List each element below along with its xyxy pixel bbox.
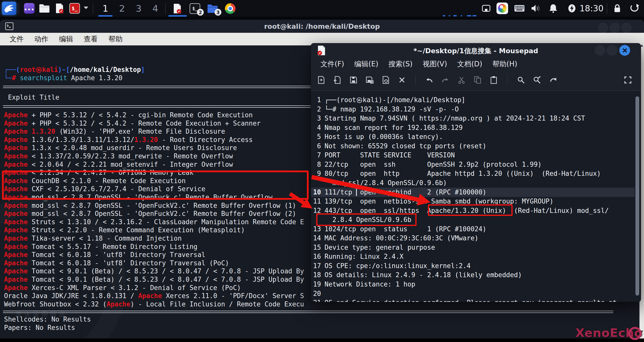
mousepad-titlebar[interactable]: *~/Desktop/1信息搜集 - Mousepad [311,43,641,57]
launcher-terminal[interactable]: $_ [69,3,81,14]
editor-line[interactable]: 2└─# nmap 192.168.38.129 -sV -p- -O [311,105,635,114]
terminal-launcher-icon: $_ [69,3,80,14]
exploit-title-header: Exploit Title [4,93,59,102]
ghost-watermark-text: 星火应用商店 [16,310,67,319]
line-number: 20 [311,289,325,298]
mousepad-menu-item[interactable]: 编辑(E) [350,58,383,70]
terminal-menu-item[interactable]: 文件 [6,33,27,45]
terminal-titlebar[interactable]: root@kali: /home/kali/Desktop [0,20,644,33]
editor-line[interactable]: 4Nmap scan report for 192.168.38.129 [311,123,635,132]
editor-line[interactable]: 14MAC Address: 00:0C:29:3C:60:3C (VMware… [311,234,635,243]
workspace-1[interactable]: 1 [98,2,112,15]
exploit-result-line: Apache + PHP < 5.3.12 / < 5.4.2 - Remote… [4,119,260,128]
save-as-icon[interactable] [365,76,374,84]
panel-artifact [443,15,445,16]
editor-line[interactable]: 17OS CPE: cpe:/o:linux:linux_kernel:2.4 [311,261,635,271]
editor-line[interactable]: 16Running: Linux 2.4.X [311,252,635,261]
editor-line[interactable]: 18OS details: Linux 2.4.9 - 2.4.18 (like… [311,270,635,280]
terminal-menu-item[interactable]: 查看 [80,33,101,45]
exploit-result-line: Apache Tomcat < 9.0.1 (Beta) / < 8.5.23 … [4,267,304,275]
editor-scrollbar[interactable] [635,91,639,302]
chevron-down-icon[interactable] [84,7,88,9]
editor-line[interactable]: 3Starting Nmap 7.94SVN ( https://nmap.or… [311,114,635,123]
app-grid-icon: ••• [24,3,35,14]
mousepad-close-button[interactable] [619,45,630,56]
panel-artifact [467,15,471,16]
copy-icon[interactable] [473,76,482,84]
close-icon [622,48,627,53]
terminal-menu-item[interactable]: 编辑 [55,33,77,45]
exploit-result-line: Apache < 2.0.64 / < 2.2.21 mod_setenvif … [4,160,233,169]
terminal-menu-item[interactable]: 帮助 [105,33,126,45]
editor-line[interactable]: 1┌──(root㉿kali)-[/home/kali/Desktop] [311,95,635,105]
papers-result: Papers: No Results [4,324,75,332]
editor-line[interactable]: 19Network Distance: 1 hop [311,280,635,289]
launcher-text-editor[interactable] [53,3,66,14]
open-file-icon[interactable] [333,76,342,84]
volume-tray-icon[interactable] [530,0,542,17]
workspace-4[interactable]: 4 [148,2,162,15]
line-text: OS and Service detection performed. Plea… [325,298,617,302]
exploit-result-line: Apache Xerces-C XML Parser < 3.1.2 - Den… [4,284,241,292]
launcher-app-grid[interactable]: ••• [23,3,35,14]
save-icon[interactable] [349,76,358,84]
exploit-result-line: Oracle Java JDK/JRE < 1.8.0.131 / Apache… [4,292,304,300]
mousepad-minimize-button[interactable] [595,45,605,56]
terminal-maximize-button[interactable] [610,23,620,33]
workspace-2[interactable]: 2 [115,2,129,15]
mousepad-menu-item[interactable]: 文件(F) [316,58,348,70]
clock[interactable]: 18:30 [579,0,604,17]
editor-line[interactable]: 21OS and Service detection performed. Pl… [311,298,635,302]
input-method-tray-icon[interactable] [496,0,509,17]
exploit-result-line: Webfroot Shoutbox < 2.32 (Apache) - Loca… [4,300,304,308]
mousepad-menu-item[interactable]: 搜索(S) [385,58,417,70]
task-terminal[interactable]: $_ 2 [188,3,202,15]
mousepad-title: *~/Desktop/1信息搜集 - Mousepad [311,46,641,55]
editor-line[interactable]: 15Device type: general purpose [311,243,635,252]
exploit-result-line: Apache < 1.3.37/2.0.59/2.2.3 mod_rewrite… [4,152,233,160]
mousepad-maximize-button[interactable] [607,45,618,56]
bottom-strip [0,338,644,342]
close-file-icon[interactable] [398,76,406,84]
active-task-underline [168,15,187,17]
logout-icon[interactable] [628,0,641,17]
arrow-head-to-samba [417,194,430,206]
find-replace-icon[interactable] [533,76,541,84]
editor-line[interactable]: 6Not shown: 65529 closed tcp ports (rese… [311,141,635,151]
revert-icon[interactable] [382,76,390,84]
task-mousepad[interactable] [170,3,185,15]
task-file-manager[interactable]: 3 [205,3,220,15]
editor-line[interactable]: 7PORT STATE SERVICE VERSION [311,151,635,160]
go-to-icon[interactable] [549,76,558,84]
panel-artifact [453,15,457,16]
terminal-menu-item[interactable]: 动作 [31,33,52,45]
scrollbar-thumb[interactable] [635,96,639,296]
find-icon[interactable] [517,76,525,84]
lock-screen-icon[interactable] [611,0,623,17]
line-number: 1 [311,95,325,105]
power-tray-icon[interactable] [566,0,577,17]
kali-menu-button[interactable] [2,2,16,15]
panel-artifact [449,15,450,16]
keyboard-tray-icon[interactable] [513,0,525,17]
terminal-close-button[interactable] [622,23,631,33]
fullscreen-icon[interactable] [624,76,632,84]
terminal-minimize-button[interactable] [598,23,608,33]
task-chrome[interactable] [223,3,238,15]
editor-line[interactable]: 20 [311,289,635,298]
editor-line[interactable]: 5Host is up (0.00036s latency). [311,132,635,141]
notifications-tray-icon[interactable] [547,0,559,17]
workspace-3[interactable]: 3 [132,2,146,15]
terminal-command: └─# searchsploit Apache 1.3.20 [4,74,123,82]
network-tray-icon[interactable] [481,0,492,17]
launcher-file-manager[interactable] [38,3,50,14]
cut-icon[interactable] [457,76,466,84]
redo-icon[interactable] [441,76,450,84]
new-document-icon[interactable] [317,76,326,84]
undo-icon[interactable] [425,76,433,84]
mousepad-menu-item[interactable]: 帮助(H) [488,58,521,70]
mousepad-menu-item[interactable]: 文档(D) [453,58,486,70]
mousepad-menu-item[interactable]: 视图(V) [419,58,451,70]
paste-icon[interactable] [489,76,498,84]
mousepad-task-icon [172,3,182,14]
